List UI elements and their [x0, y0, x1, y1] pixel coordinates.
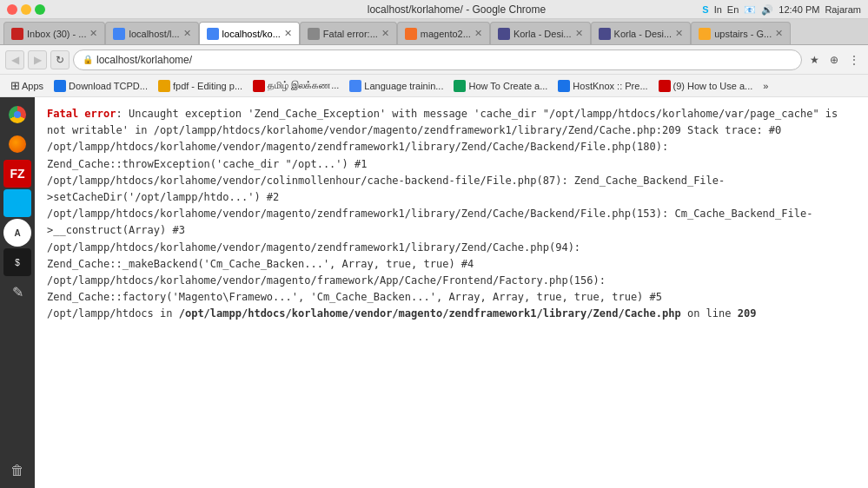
tab-gmail-close[interactable]: ✕ [89, 28, 97, 39]
tab-korla1-close[interactable]: ✕ [575, 28, 583, 39]
hostknox-favicon [558, 80, 570, 92]
sidebar-item-firefox[interactable] [3, 130, 31, 158]
sidebar-item-avira[interactable]: A [3, 219, 31, 247]
system-tray: S In En 📧 🔊 12:40 PM Rajaram [695, 0, 868, 19]
avira-icon: A [14, 228, 20, 238]
tcpdf-favicon [54, 80, 66, 92]
editor-icon: ✎ [12, 284, 23, 300]
skype-tray-icon: S [702, 4, 708, 15]
settings-icon[interactable]: ⋮ [845, 51, 863, 69]
keyboard-tray-icon: In [714, 4, 722, 15]
maximize-button[interactable] [35, 4, 45, 15]
tab-magento2[interactable]: magento2... ✕ [397, 22, 490, 44]
sidebar-item-trash[interactable]: 🗑 [3, 457, 31, 485]
main-content: Fatal error: Uncaught exception 'Zend_Ca… [35, 97, 868, 488]
tab-localhost1-close[interactable]: ✕ [183, 28, 191, 39]
trash-icon: 🗑 [10, 463, 24, 478]
title-bar: localhost/korlahome/ - Google Chrome S I… [0, 0, 868, 19]
apps-bookmark[interactable]: ⊞ Apps [7, 79, 47, 92]
clock: 12:40 PM [779, 4, 819, 15]
network-tray-icon: 📧 [744, 4, 756, 16]
tab-upstairs-close[interactable]: ✕ [775, 28, 783, 39]
error-filepath: /opt/lampp/htdocs/korlahome/vendor/magen… [179, 307, 681, 320]
bookmark-youtube-label: (9) How to Use a... [673, 81, 753, 91]
close-button[interactable] [7, 4, 17, 15]
sidebar: FZ S A $ ✎ 🗑 [0, 97, 35, 488]
bookmark-lang-label: Language trainin... [364, 81, 443, 91]
more-bookmarks[interactable]: » [759, 79, 772, 93]
address-bar[interactable]: 🔒 localhost/korlahome/ [73, 49, 802, 70]
tab-localhost1[interactable]: localhost/l... ✕ [105, 22, 198, 44]
create-favicon [454, 80, 466, 92]
language-label: En [727, 4, 739, 15]
korla2-favicon [599, 28, 611, 40]
terminal-icon: $ [15, 258, 20, 267]
sidebar-item-chrome[interactable] [3, 101, 31, 129]
error-fatal-label: Fatal error [47, 108, 116, 120]
bookmark-tcpdf[interactable]: Download TCPD... [50, 78, 151, 94]
tab-magento2-label: magento2... [421, 29, 471, 39]
tab-korla1[interactable]: Korla - Desi... ✕ [490, 22, 591, 44]
bookmark-youtube[interactable]: (9) How to Use a... [655, 78, 757, 94]
tab-korla1-label: Korla - Desi... [514, 29, 572, 39]
tab-localhost2[interactable]: localhost/ko... ✕ [199, 22, 300, 44]
tab-fatal[interactable]: Fatal error:... ✕ [300, 22, 397, 44]
bookmark-fpdf-label: fpdf - Editing p... [173, 81, 242, 91]
sidebar-item-skype[interactable]: S [3, 189, 31, 217]
bookmark-lang[interactable]: Language trainin... [346, 78, 447, 94]
window-controls[interactable] [7, 4, 45, 15]
chrome-icon [9, 106, 26, 123]
error-message: Fatal error: Uncaught exception 'Zend_Ca… [47, 106, 856, 322]
tab-upstairs[interactable]: upstairs - G... ✕ [691, 22, 791, 44]
lang-favicon [349, 80, 361, 92]
tab-korla2[interactable]: Korla - Desi... ✕ [591, 22, 692, 44]
bookmark-hostknox-label: HostKnox :: Pre... [573, 81, 647, 91]
apps-label: Apps [22, 81, 43, 91]
bookmark-hostknox[interactable]: HostKnox :: Pre... [554, 78, 651, 94]
localhost1-favicon [113, 28, 125, 40]
skype-icon: S [14, 197, 22, 210]
username: Rajaram [825, 4, 861, 15]
sidebar-item-terminal[interactable]: $ [3, 248, 31, 276]
sound-tray-icon: 🔊 [761, 4, 773, 16]
tab-korla2-close[interactable]: ✕ [675, 28, 683, 39]
tamil-favicon [253, 80, 265, 92]
gmail-favicon [11, 28, 23, 40]
tab-gmail[interactable]: Inbox (30) - ... ✕ [3, 22, 105, 44]
tab-korla2-label: Korla - Desi... [614, 29, 673, 39]
localhost2-favicon [207, 28, 219, 40]
forward-button[interactable]: ▶ [28, 50, 47, 69]
tab-upstairs-label: upstairs - G... [714, 29, 772, 39]
reload-button[interactable]: ↻ [50, 50, 70, 69]
minimize-button[interactable] [21, 4, 31, 15]
tab-bar: Inbox (30) - ... ✕ localhost/l... ✕ loca… [0, 19, 868, 45]
new-tab-icon[interactable]: ⊕ [825, 51, 843, 69]
bookmark-create[interactable]: How To Create a... [450, 78, 551, 94]
star-button[interactable]: ★ [805, 51, 823, 69]
bookmarks-bar: ⊞ Apps Download TCPD... fpdf - Editing p… [0, 75, 868, 97]
tab-localhost2-close[interactable]: ✕ [284, 28, 292, 39]
tab-localhost2-label: localhost/ko... [222, 29, 281, 39]
tab-magento2-close[interactable]: ✕ [474, 28, 482, 39]
browser-body: FZ S A $ ✎ 🗑 Fatal error: Uncaught excep… [0, 97, 868, 488]
filezilla-icon: FZ [10, 167, 24, 181]
bookmark-fpdf[interactable]: fpdf - Editing p... [155, 78, 246, 94]
nav-bar: ◀ ▶ ↻ 🔒 localhost/korlahome/ ★ ⊕ ⋮ [0, 45, 868, 75]
korla1-favicon [498, 28, 510, 40]
bookmark-tamil-label: தமிழ் இலக்கண... [268, 80, 339, 91]
sidebar-bottom: 🗑 [3, 457, 31, 488]
back-button[interactable]: ◀ [5, 50, 24, 69]
sidebar-item-editor[interactable]: ✎ [3, 278, 31, 306]
tab-fatal-label: Fatal error:... [323, 29, 378, 39]
nav-actions: ★ ⊕ ⋮ [805, 51, 863, 69]
fpdf-favicon [158, 80, 170, 92]
lock-icon: 🔒 [83, 55, 93, 64]
firefox-icon [9, 135, 26, 153]
sidebar-item-filezilla[interactable]: FZ [3, 160, 31, 188]
tab-fatal-close[interactable]: ✕ [381, 28, 389, 39]
fatal-favicon [308, 28, 320, 40]
tab-gmail-label: Inbox (30) - ... [27, 29, 86, 39]
bookmark-tcpdf-label: Download TCPD... [69, 81, 148, 91]
more-label: » [763, 81, 768, 91]
bookmark-tamil[interactable]: தமிழ் இலக்கண... [249, 78, 342, 94]
